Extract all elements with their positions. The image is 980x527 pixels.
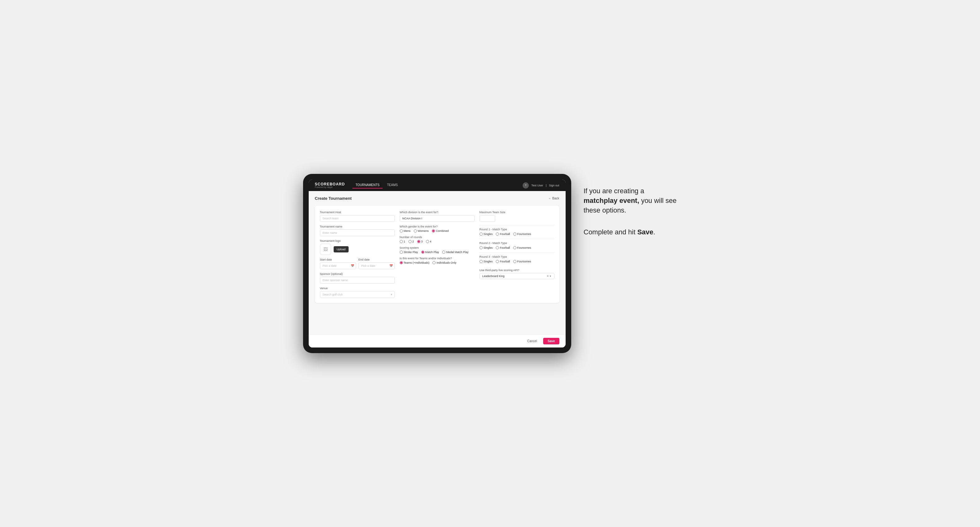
scoring-system-field: Scoring system Stroke Play Match Play Me… (400, 246, 474, 254)
round2-radio-group: Singles Fourball Foursomes (480, 246, 554, 249)
round3-match-type-section: Round 3 - Match Type Singles Fourball Fo… (480, 252, 554, 263)
save-button[interactable]: Save (543, 338, 559, 344)
max-team-size-field: Maximum Team Size 5 (480, 211, 554, 222)
round1-match-type-section: Round 1 - Match Type Singles Fourball Fo… (480, 225, 554, 236)
gender-womens[interactable]: Womens (414, 229, 429, 232)
rounds-radio-group: 1 2 3 4 (400, 240, 474, 243)
round3-fourball[interactable]: Fourball (496, 260, 510, 263)
tournament-logo-field: Tournament logo 🖼 Upload (320, 239, 395, 255)
nav-teams[interactable]: TEAMS (384, 182, 401, 189)
user-name: Test User (531, 184, 543, 187)
tablet-device: SCOREBOARD Powered by clippit TOURNAMENT… (303, 174, 571, 353)
scoring-medal[interactable]: Medal Match Play (442, 251, 469, 254)
sponsor-field: Sponsor (optional) (320, 272, 395, 284)
venue-input[interactable] (320, 291, 395, 298)
page-title: Create Tournament (315, 196, 352, 201)
end-date-input[interactable] (359, 262, 395, 269)
round1-fourball[interactable]: Fourball (496, 232, 510, 236)
round2-match-type-section: Round 2 - Match Type Singles Fourball Fo… (480, 239, 554, 249)
form-grid: Tournament Host Tournament name Tourname… (315, 206, 559, 303)
annotation-1-before: If you are creating a (584, 187, 644, 195)
start-date-field: Start date 📅 (320, 258, 356, 269)
page-header: Create Tournament ← Back (315, 196, 559, 201)
logo-upload-area: 🖼 Upload (320, 244, 395, 255)
annotation-2-before: Complete and hit (584, 228, 637, 236)
annotation-save: Complete and hit Save. (584, 227, 677, 237)
user-area: T Test User | Sign out (523, 182, 559, 189)
end-date-field: End date 📅 (359, 258, 395, 269)
logo-placeholder-icon: 🖼 (320, 244, 331, 255)
team-radio-group: Teams (+Individuals) Individuals Only (400, 261, 474, 264)
round2-fourball[interactable]: Fourball (496, 246, 510, 249)
division-field: Which division is the event for? NCAA Di… (400, 211, 474, 222)
api-select-wrap[interactable]: Leaderboard King ✕ ▾ (480, 273, 554, 279)
form-column-left: Tournament Host Tournament name Tourname… (320, 211, 395, 298)
back-button[interactable]: ← Back (548, 197, 559, 200)
third-party-api-label: Use third-party live scoring API? (480, 269, 554, 272)
option-teams[interactable]: Teams (+Individuals) (400, 261, 430, 264)
round1-radio-group: Singles Fourball Foursomes (480, 232, 554, 236)
max-team-size-input[interactable]: 5 (480, 215, 495, 222)
gender-radio-group: Mens Womens Combined (400, 229, 474, 232)
tournament-host-input[interactable] (320, 215, 395, 222)
scoring-system-label: Scoring system (400, 246, 474, 249)
page-wrapper: SCOREBOARD Powered by clippit TOURNAMENT… (303, 174, 677, 353)
venue-field: Venue ▼ (320, 287, 395, 298)
round-1[interactable]: 1 (400, 240, 405, 243)
sponsor-label: Sponsor (optional) (320, 272, 395, 276)
round3-radio-group: Singles Fourball Foursomes (480, 260, 554, 263)
api-clear-icon[interactable]: ✕ ▾ (547, 275, 552, 278)
start-date-input[interactable] (320, 262, 356, 269)
upload-button[interactable]: Upload (334, 246, 349, 252)
round3-foursomes[interactable]: Foursomes (513, 260, 531, 263)
venue-label: Venue (320, 287, 395, 290)
tournament-name-label: Tournament name (320, 225, 395, 228)
brand-name: SCOREBOARD (315, 182, 345, 186)
scoring-stroke[interactable]: Stroke Play (400, 251, 418, 254)
team-individuals-field: Is this event for Teams and/or Individua… (400, 257, 474, 264)
tournament-host-field: Tournament Host (320, 211, 395, 222)
round2-singles[interactable]: Singles (480, 246, 493, 249)
round2-label: Round 2 - Match Type (480, 241, 554, 244)
annotation-2-bold: Save (637, 228, 653, 236)
nav-tournaments[interactable]: TOURNAMENTS (352, 182, 383, 189)
round-3[interactable]: 3 (417, 240, 423, 243)
brand: SCOREBOARD Powered by clippit (315, 182, 345, 188)
round1-foursomes[interactable]: Foursomes (513, 232, 531, 236)
form-column-middle: Which division is the event for? NCAA Di… (400, 211, 474, 298)
tablet-screen: SCOREBOARD Powered by clippit TOURNAMENT… (309, 179, 566, 348)
form-footer: Cancel Save (309, 334, 566, 348)
round-4[interactable]: 4 (426, 240, 431, 243)
round3-singles[interactable]: Singles (480, 260, 493, 263)
division-label: Which division is the event for? (400, 211, 474, 214)
annotation-1-bold: matchplay event, (584, 197, 640, 205)
third-party-api-field: Use third-party live scoring API? Leader… (480, 269, 554, 279)
main-content: Create Tournament ← Back Tournament Host… (309, 191, 566, 334)
round3-label: Round 3 - Match Type (480, 255, 554, 258)
scoring-radio-group: Stroke Play Match Play Medal Match Play (400, 251, 474, 254)
tournament-name-input[interactable] (320, 229, 395, 236)
sign-out-link[interactable]: Sign out (549, 184, 559, 187)
form-column-right: Maximum Team Size 5 Round 1 - Match Type… (480, 211, 554, 298)
round1-singles[interactable]: Singles (480, 232, 493, 236)
rounds-label: Number of rounds (400, 236, 474, 239)
annotation-matchplay: If you are creating a matchplay event, y… (584, 186, 677, 215)
annotations-panel: If you are creating a matchplay event, y… (584, 174, 677, 237)
round2-foursomes[interactable]: Foursomes (513, 246, 531, 249)
sponsor-input[interactable] (320, 277, 395, 284)
option-individuals[interactable]: Individuals Only (433, 261, 457, 264)
tournament-host-label: Tournament Host (320, 211, 395, 214)
scoring-match[interactable]: Match Play (421, 251, 439, 254)
date-row: Start date 📅 End date 📅 (320, 258, 395, 269)
navbar: SCOREBOARD Powered by clippit TOURNAMENT… (309, 179, 566, 191)
division-select[interactable]: NCAA Division I (400, 215, 474, 222)
gender-mens[interactable]: Mens (400, 229, 410, 232)
api-selected-value: Leaderboard King (482, 275, 505, 278)
gender-combined[interactable]: Combined (432, 229, 449, 232)
tournament-logo-label: Tournament logo (320, 239, 395, 243)
cancel-button[interactable]: Cancel (523, 338, 541, 344)
round-2[interactable]: 2 (409, 240, 414, 243)
powered-by: Powered by clippit (315, 186, 345, 188)
tournament-name-field: Tournament name (320, 225, 395, 236)
end-date-label: End date (359, 258, 395, 261)
